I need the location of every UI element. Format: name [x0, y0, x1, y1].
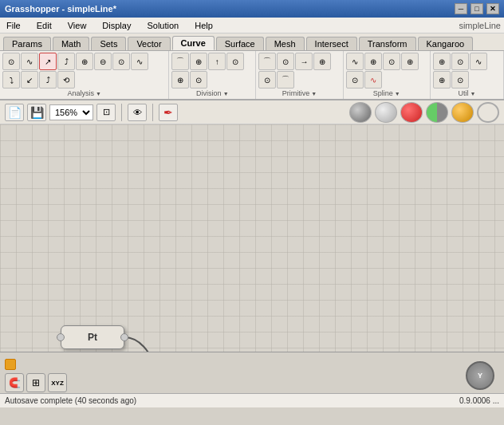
- ribbon-icon[interactable]: ⊕: [76, 53, 93, 70]
- menu-help[interactable]: Help: [191, 19, 216, 32]
- ribbon-icon[interactable]: ↗: [39, 53, 57, 70]
- ribbon-icon[interactable]: ⊕: [433, 71, 451, 89]
- tab-intersect[interactable]: Intersect: [306, 37, 357, 50]
- menu-file[interactable]: File: [3, 19, 24, 32]
- tab-bar: Params Math Sets Vector Curve Surface Me…: [0, 33, 504, 51]
- canvas-area[interactable]: Pt Pt A B S: [0, 124, 504, 352]
- ribbon-group-primitive: ⌒ ⊙ → ⊕ ⊙ ⌒ Primitive ▼: [256, 51, 343, 99]
- ribbon-icon[interactable]: ⊙: [190, 71, 207, 89]
- bottom-panel: 🧲 ⊞ XYZ Y Autosave complete (40 seconds …: [0, 352, 504, 407]
- ribbon-icon[interactable]: ∿: [470, 53, 487, 70]
- ribbon-icon[interactable]: ⊙: [112, 53, 130, 70]
- ribbon-icon[interactable]: ⤴: [39, 71, 57, 89]
- ribbon-icon[interactable]: ∿: [346, 53, 364, 70]
- render-outline-button[interactable]: [477, 102, 499, 123]
- analysis-label[interactable]: Analysis ▼: [67, 89, 100, 97]
- ribbon-icon[interactable]: ⊙: [226, 53, 244, 70]
- ribbon-icon[interactable]: ⌒: [258, 53, 276, 70]
- title-bar-controls: ─ □ ✕: [455, 3, 499, 14]
- ribbon-icon[interactable]: ↙: [21, 71, 38, 89]
- menu-edit[interactable]: Edit: [33, 19, 55, 32]
- zoom-select[interactable]: 156% 100% 75% 50%: [49, 104, 93, 120]
- menu-display[interactable]: Display: [99, 19, 134, 32]
- tab-math[interactable]: Math: [53, 37, 89, 50]
- division-arrow: ▼: [223, 91, 229, 96]
- menu-view[interactable]: View: [65, 19, 90, 32]
- minimize-button[interactable]: ─: [455, 3, 467, 14]
- window-title-right: simpleLine: [459, 21, 501, 30]
- ribbon-icon[interactable]: ⊙: [346, 71, 364, 89]
- maximize-button[interactable]: □: [471, 3, 483, 14]
- ribbon-icon[interactable]: ⊕: [171, 71, 189, 89]
- ribbon-icon[interactable]: ⌒: [171, 53, 189, 70]
- version-text: 0.9.0006 ...: [459, 396, 499, 405]
- util-label[interactable]: Util ▼: [458, 89, 475, 97]
- ribbon-icon[interactable]: ⊕: [313, 53, 331, 70]
- ribbon-icon[interactable]: ∿: [21, 53, 38, 70]
- window-title: Grasshopper - simpleLine*: [5, 4, 116, 14]
- render-circle-button[interactable]: [375, 102, 397, 123]
- ribbon-group-analysis: ⊙ ∿ ↗ ⤴ ⊕ ⊖ ⊙ ∿ ⤵ ↙ ⤴ ⟲ Analysis ▼: [0, 51, 169, 99]
- tab-params[interactable]: Params: [3, 37, 51, 50]
- bottom-icon-xyz[interactable]: XYZ: [48, 373, 67, 392]
- ribbon-icon[interactable]: ⤴: [57, 53, 75, 70]
- ribbon-icon[interactable]: ⊖: [94, 53, 112, 70]
- ribbon: ⊙ ∿ ↗ ⤴ ⊕ ⊖ ⊙ ∿ ⤵ ↙ ⤴ ⟲ Analysis ▼ ⌒ ⊕ ↑…: [0, 51, 504, 100]
- primitive-label[interactable]: Primitive ▼: [282, 89, 317, 97]
- tab-vector[interactable]: Vector: [128, 37, 170, 50]
- ribbon-icon[interactable]: ⊙: [277, 53, 294, 70]
- tab-kangaroo[interactable]: Kangaroo: [418, 37, 474, 50]
- ribbon-icon[interactable]: ⊙: [451, 53, 469, 70]
- tab-mesh[interactable]: Mesh: [266, 37, 305, 50]
- menu-bar: File Edit View Display Solution Help sim…: [0, 18, 504, 33]
- zoom-fit-button[interactable]: ⊡: [96, 104, 116, 121]
- canvas[interactable]: Pt Pt A B S: [0, 124, 504, 352]
- ribbon-icon[interactable]: ⊙: [383, 53, 400, 70]
- title-bar: Grasshopper - simpleLine* ─ □ ✕: [0, 0, 504, 18]
- pt1-node[interactable]: Pt: [61, 325, 124, 349]
- bottom-icon-group: 🧲 ⊞ XYZ: [5, 373, 67, 392]
- bottom-icon-grid[interactable]: ⊞: [26, 373, 45, 392]
- tab-surface[interactable]: Surface: [216, 37, 264, 50]
- division-label[interactable]: Division ▼: [196, 89, 228, 97]
- close-button[interactable]: ✕: [486, 3, 499, 14]
- view-button[interactable]: 👁: [128, 104, 147, 121]
- tab-sets[interactable]: Sets: [91, 37, 126, 50]
- ribbon-icon[interactable]: ∿: [131, 53, 148, 70]
- render-half-button[interactable]: [426, 102, 448, 123]
- ribbon-icon[interactable]: ⊕: [190, 53, 207, 70]
- render-orange-button[interactable]: [451, 102, 474, 123]
- toolbar2-right: [349, 102, 499, 123]
- render-sphere-button[interactable]: [349, 102, 372, 123]
- toolbar-separator: [121, 104, 122, 121]
- ribbon-icon[interactable]: ⟲: [57, 71, 75, 89]
- tab-curve[interactable]: Curve: [172, 36, 215, 50]
- toolbar2: 📄 💾 156% 100% 75% 50% ⊡ 👁 ✒: [0, 100, 504, 124]
- render-red-button[interactable]: [400, 102, 423, 123]
- primitive-icons: ⌒ ⊙ → ⊕ ⊙ ⌒: [258, 53, 340, 89]
- analysis-icons: ⊙ ∿ ↗ ⤴ ⊕ ⊖ ⊙ ∿ ⤵ ↙ ⤴ ⟲: [2, 53, 166, 89]
- util-arrow: ▼: [470, 91, 475, 96]
- ribbon-icon[interactable]: ⊙: [258, 71, 276, 89]
- ribbon-icon[interactable]: ⤵: [2, 71, 20, 89]
- spline-label[interactable]: Spline ▼: [373, 89, 400, 97]
- new-button[interactable]: 📄: [5, 104, 24, 121]
- menu-solution[interactable]: Solution: [144, 19, 182, 32]
- save-button[interactable]: 💾: [27, 104, 46, 121]
- ribbon-icon[interactable]: ⊕: [433, 53, 451, 70]
- ribbon-icon[interactable]: ⊙: [451, 71, 469, 89]
- viewport-compass: Y: [466, 361, 494, 390]
- ribbon-icon[interactable]: →: [295, 53, 313, 70]
- pt1-port-right: [120, 333, 128, 341]
- ribbon-icon[interactable]: ↑: [208, 53, 226, 70]
- ribbon-icon[interactable]: ⊕: [364, 53, 382, 70]
- bottom-icon-magnet[interactable]: 🧲: [5, 373, 24, 392]
- draw-button[interactable]: ✒: [159, 104, 178, 121]
- ribbon-icon[interactable]: ⊕: [401, 53, 419, 70]
- ribbon-icon[interactable]: ⊙: [2, 53, 20, 70]
- tab-transform[interactable]: Transform: [359, 37, 416, 50]
- ribbon-icon[interactable]: ⌒: [277, 71, 294, 89]
- spline-arrow: ▼: [395, 91, 400, 96]
- pt1-port-left: [57, 333, 65, 341]
- ribbon-icon[interactable]: ∿: [364, 71, 382, 89]
